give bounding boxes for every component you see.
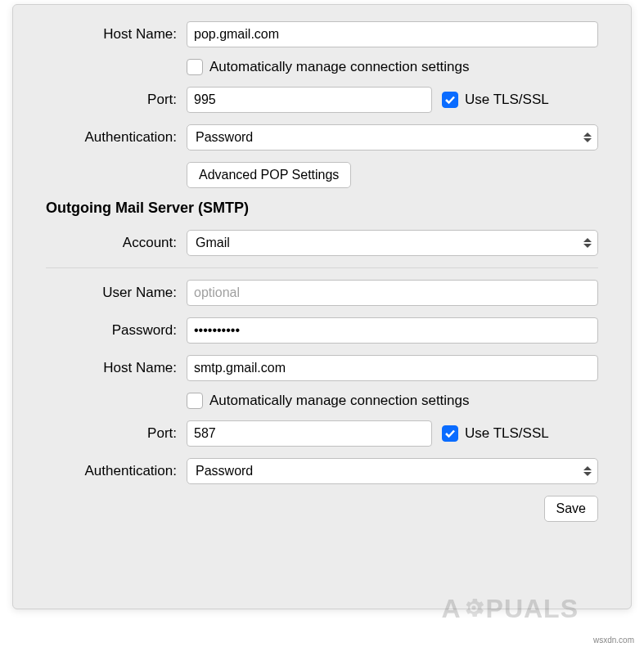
outgoing-auth-select[interactable]: Password bbox=[187, 458, 598, 484]
outgoing-hostname-row: Host Name: bbox=[46, 355, 598, 381]
outgoing-password-label: Password: bbox=[46, 322, 177, 339]
outgoing-account-value: Gmail bbox=[196, 236, 230, 250]
outgoing-section-header: Outgoing Mail Server (SMTP) bbox=[46, 200, 598, 217]
watermark: APUALS bbox=[441, 594, 579, 627]
outgoing-password-row: Password: bbox=[46, 317, 598, 344]
outgoing-hostname-input[interactable] bbox=[187, 355, 598, 381]
outgoing-tls-label: Use TLS/SSL bbox=[465, 425, 549, 442]
outgoing-password-input[interactable] bbox=[187, 317, 598, 344]
outgoing-hostname-label: Host Name: bbox=[46, 360, 177, 376]
outgoing-port-label: Port: bbox=[46, 425, 177, 442]
source-text: wsxdn.com bbox=[593, 636, 634, 645]
outgoing-auth-label: Authentication: bbox=[46, 463, 177, 479]
incoming-auth-select[interactable]: Password bbox=[187, 124, 598, 151]
divider bbox=[46, 267, 598, 268]
outgoing-port-input[interactable] bbox=[187, 420, 432, 447]
check-icon bbox=[444, 94, 456, 106]
outgoing-automanage-label: Automatically manage connection settings bbox=[209, 393, 470, 409]
save-row: Save bbox=[46, 496, 598, 522]
outgoing-automanage-row: Automatically manage connection settings bbox=[46, 393, 598, 409]
incoming-automanage-row: Automatically manage connection settings bbox=[46, 59, 598, 75]
watermark-a: A bbox=[441, 594, 461, 623]
incoming-auth-row: Authentication: Password bbox=[46, 124, 598, 151]
advanced-pop-button[interactable]: Advanced POP Settings bbox=[187, 162, 351, 188]
watermark-puals: PUALS bbox=[486, 594, 579, 623]
outgoing-username-input[interactable] bbox=[187, 280, 598, 306]
incoming-hostname-input[interactable] bbox=[187, 21, 598, 47]
incoming-port-input[interactable] bbox=[187, 87, 432, 113]
incoming-automanage-checkbox[interactable] bbox=[187, 59, 203, 75]
outgoing-auth-row: Authentication: Password bbox=[46, 458, 598, 484]
outgoing-port-row: Port: Use TLS/SSL bbox=[46, 420, 598, 447]
outgoing-account-label: Account: bbox=[46, 235, 177, 251]
incoming-automanage-label: Automatically manage connection settings bbox=[209, 59, 470, 75]
incoming-port-label: Port: bbox=[46, 92, 177, 108]
incoming-hostname-row: Host Name: bbox=[46, 21, 598, 47]
advanced-row: Advanced POP Settings bbox=[46, 162, 598, 188]
outgoing-username-row: User Name: bbox=[46, 280, 598, 306]
outgoing-account-select[interactable]: Gmail bbox=[187, 230, 598, 256]
incoming-hostname-label: Host Name: bbox=[46, 26, 177, 43]
incoming-tls-checkbox[interactable] bbox=[442, 92, 458, 108]
save-button[interactable]: Save bbox=[544, 496, 598, 522]
outgoing-account-row: Account: Gmail bbox=[46, 230, 598, 256]
gear-icon bbox=[462, 595, 486, 627]
outgoing-username-label: User Name: bbox=[46, 285, 177, 301]
outgoing-automanage-checkbox[interactable] bbox=[187, 393, 203, 409]
incoming-auth-label: Authentication: bbox=[46, 129, 177, 146]
incoming-auth-value: Password bbox=[196, 130, 253, 145]
check-icon bbox=[444, 428, 456, 439]
outgoing-auth-value: Password bbox=[196, 464, 253, 479]
settings-panel: Host Name: Automatically manage connecti… bbox=[12, 4, 632, 609]
incoming-port-row: Port: Use TLS/SSL bbox=[46, 87, 598, 113]
outgoing-tls-checkbox[interactable] bbox=[442, 425, 458, 442]
incoming-tls-label: Use TLS/SSL bbox=[465, 92, 549, 108]
